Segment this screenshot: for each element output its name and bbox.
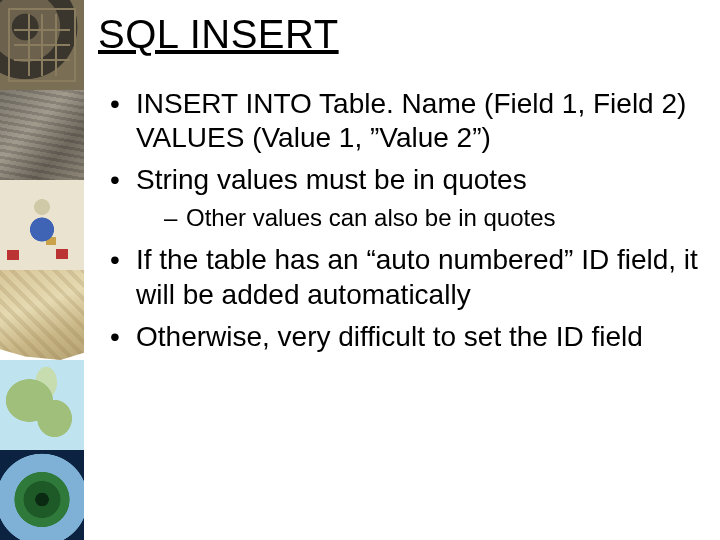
- bullet-text: INSERT INTO Table. Name (Field 1, Field …: [136, 88, 686, 153]
- thumb-illustration: [0, 180, 84, 270]
- thumb-tablet: [0, 90, 84, 180]
- slide: SQL INSERT INSERT INTO Table. Name (Fiel…: [0, 0, 720, 540]
- bullet-text: Otherwise, very difficult to set the ID …: [136, 321, 643, 352]
- bullet-text: String values must be in quotes: [136, 164, 527, 195]
- thumb-region-map: [0, 360, 84, 450]
- thumb-grid: [0, 0, 84, 90]
- thumb-globe: [0, 450, 84, 540]
- bullet-item: If the table has an “auto numbered” ID f…: [110, 243, 702, 311]
- bullet-item: String values must be in quotes Other va…: [110, 163, 702, 233]
- sub-bullet-text: Other values can also be in quotes: [186, 204, 556, 231]
- bullet-list: INSERT INTO Table. Name (Field 1, Field …: [98, 87, 702, 354]
- sub-bullet-item: Other values can also be in quotes: [164, 203, 702, 233]
- slide-title: SQL INSERT: [98, 12, 702, 57]
- slide-content: SQL INSERT INSERT INTO Table. Name (Fiel…: [84, 0, 720, 540]
- sub-bullet-list: Other values can also be in quotes: [136, 203, 702, 233]
- bullet-text: If the table has an “auto numbered” ID f…: [136, 244, 698, 309]
- bullet-item: INSERT INTO Table. Name (Field 1, Field …: [110, 87, 702, 155]
- sidebar-image-strip: [0, 0, 84, 540]
- bullet-item: Otherwise, very difficult to set the ID …: [110, 320, 702, 354]
- thumb-old-map: [0, 270, 84, 360]
